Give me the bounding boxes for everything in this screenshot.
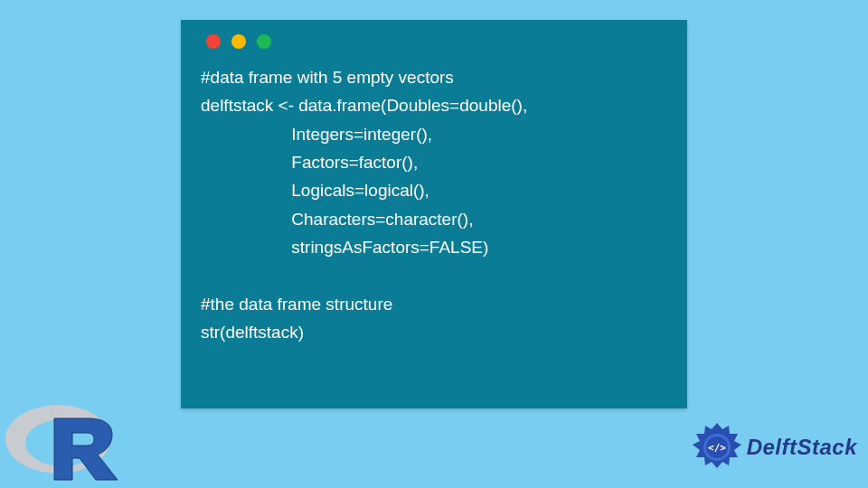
code-window: #data frame with 5 empty vectors delftst… bbox=[181, 20, 687, 408]
delftstack-badge-icon: </> bbox=[691, 421, 743, 474]
code-line: Integers=integer(), bbox=[201, 125, 432, 144]
code-line: delftstack <- data.frame(Doubles=double(… bbox=[201, 96, 527, 115]
code-line: Factors=factor(), bbox=[201, 153, 418, 172]
code-line: stringsAsFactors=FALSE) bbox=[201, 238, 488, 257]
code-line: Logicals=logical(), bbox=[201, 181, 429, 200]
svg-text:</>: </> bbox=[708, 442, 726, 454]
window-controls bbox=[201, 34, 667, 49]
close-icon bbox=[206, 34, 221, 49]
delftstack-label: DelftStack bbox=[747, 435, 857, 460]
code-block: #data frame with 5 empty vectors delftst… bbox=[201, 63, 667, 346]
maximize-icon bbox=[257, 34, 271, 49]
code-line: #data frame with 5 empty vectors bbox=[201, 68, 454, 87]
r-language-logo-icon bbox=[4, 397, 121, 483]
code-line: #the data frame structure bbox=[201, 295, 392, 314]
code-line: str(delftstack) bbox=[201, 323, 304, 342]
code-line: Characters=character(), bbox=[201, 210, 473, 229]
delftstack-logo: </> DelftStack bbox=[691, 421, 857, 474]
minimize-icon bbox=[231, 34, 246, 49]
